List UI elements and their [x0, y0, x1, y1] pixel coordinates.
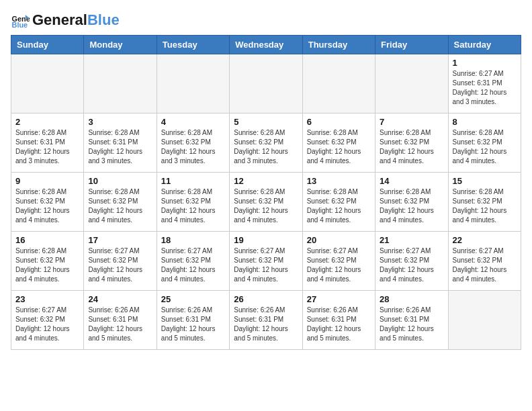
day-number: 6 [307, 117, 371, 127]
day-number: 5 [234, 117, 298, 127]
day-info: Sunrise: 6:28 AMSunset: 6:32 PMDaylight:… [307, 187, 371, 225]
day-number: 12 [234, 176, 298, 186]
day-info: Sunrise: 6:26 AMSunset: 6:31 PMDaylight:… [88, 306, 152, 343]
logo-line1: GeneralBlue [32, 12, 120, 28]
day-number: 9 [15, 176, 79, 186]
calendar-cell: 21Sunrise: 6:27 AMSunset: 6:32 PMDayligh… [375, 232, 448, 291]
calendar-cell: 23Sunrise: 6:27 AMSunset: 6:32 PMDayligh… [11, 291, 84, 350]
calendar-table: SundayMondayTuesdayWednesdayThursdayFrid… [11, 35, 521, 350]
calendar-cell: 12Sunrise: 6:28 AMSunset: 6:32 PMDayligh… [230, 173, 302, 232]
calendar-cell: 22Sunrise: 6:27 AMSunset: 6:32 PMDayligh… [448, 232, 521, 291]
day-number: 10 [88, 176, 152, 186]
day-info: Sunrise: 6:28 AMSunset: 6:32 PMDaylight:… [88, 187, 152, 225]
calendar-cell: 2Sunrise: 6:28 AMSunset: 6:31 PMDaylight… [11, 113, 84, 173]
day-info: Sunrise: 6:28 AMSunset: 6:32 PMDaylight:… [234, 128, 298, 166]
header-sunday: Sunday [11, 36, 84, 54]
day-info: Sunrise: 6:28 AMSunset: 6:32 PMDaylight:… [15, 246, 79, 284]
day-number: 7 [380, 117, 443, 127]
day-number: 25 [161, 294, 225, 304]
header-saturday: Saturday [448, 36, 521, 54]
calendar-week-4: 16Sunrise: 6:28 AMSunset: 6:32 PMDayligh… [11, 232, 521, 291]
header-thursday: Thursday [302, 36, 375, 54]
calendar-cell: 4Sunrise: 6:28 AMSunset: 6:32 PMDaylight… [157, 113, 229, 173]
day-info: Sunrise: 6:28 AMSunset: 6:32 PMDaylight:… [307, 128, 371, 166]
calendar-cell: 6Sunrise: 6:28 AMSunset: 6:32 PMDaylight… [302, 113, 375, 173]
logo-icon: General Blue [11, 11, 30, 30]
calendar-cell: 25Sunrise: 6:26 AMSunset: 6:31 PMDayligh… [157, 291, 229, 350]
day-number: 2 [15, 117, 79, 127]
day-info: Sunrise: 6:28 AMSunset: 6:32 PMDaylight:… [161, 128, 225, 166]
calendar-cell: 9Sunrise: 6:28 AMSunset: 6:32 PMDaylight… [11, 173, 84, 232]
day-number: 22 [453, 235, 517, 245]
day-number: 16 [15, 235, 79, 245]
day-number: 8 [453, 117, 517, 127]
calendar-cell [230, 54, 302, 113]
day-number: 21 [380, 235, 443, 245]
calendar-cell: 13Sunrise: 6:28 AMSunset: 6:32 PMDayligh… [302, 173, 375, 232]
calendar-cell: 20Sunrise: 6:27 AMSunset: 6:32 PMDayligh… [302, 232, 375, 291]
day-number: 18 [161, 235, 225, 245]
day-number: 14 [380, 176, 443, 186]
logo-line2: Blue [87, 11, 120, 28]
day-info: Sunrise: 6:27 AMSunset: 6:32 PMDaylight:… [15, 306, 79, 343]
calendar-cell [302, 54, 375, 113]
day-info: Sunrise: 6:27 AMSunset: 6:32 PMDaylight:… [161, 246, 225, 284]
day-info: Sunrise: 6:28 AMSunset: 6:32 PMDaylight:… [453, 187, 517, 225]
calendar-cell: 3Sunrise: 6:28 AMSunset: 6:31 PMDaylight… [84, 113, 157, 173]
day-info: Sunrise: 6:27 AMSunset: 6:32 PMDaylight:… [380, 246, 443, 284]
calendar-week-2: 2Sunrise: 6:28 AMSunset: 6:31 PMDaylight… [11, 113, 521, 173]
day-number: 23 [15, 294, 79, 304]
calendar-cell: 27Sunrise: 6:26 AMSunset: 6:31 PMDayligh… [302, 291, 375, 350]
calendar-cell: 1Sunrise: 6:27 AMSunset: 6:31 PMDaylight… [448, 54, 521, 113]
day-number: 15 [453, 176, 517, 186]
day-info: Sunrise: 6:27 AMSunset: 6:31 PMDaylight:… [453, 69, 517, 107]
calendar-cell [448, 291, 521, 350]
day-number: 13 [307, 176, 371, 186]
header-monday: Monday [84, 36, 157, 54]
day-info: Sunrise: 6:28 AMSunset: 6:32 PMDaylight:… [453, 128, 517, 166]
day-info: Sunrise: 6:28 AMSunset: 6:32 PMDaylight:… [380, 128, 443, 166]
calendar-cell: 7Sunrise: 6:28 AMSunset: 6:32 PMDaylight… [375, 113, 448, 173]
day-info: Sunrise: 6:28 AMSunset: 6:31 PMDaylight:… [88, 128, 152, 166]
header-friday: Friday [375, 36, 448, 54]
calendar-cell: 18Sunrise: 6:27 AMSunset: 6:32 PMDayligh… [157, 232, 229, 291]
calendar-cell: 24Sunrise: 6:26 AMSunset: 6:31 PMDayligh… [84, 291, 157, 350]
svg-text:Blue: Blue [12, 21, 28, 29]
day-info: Sunrise: 6:26 AMSunset: 6:31 PMDaylight:… [234, 306, 298, 343]
day-info: Sunrise: 6:26 AMSunset: 6:31 PMDaylight:… [380, 306, 443, 343]
day-info: Sunrise: 6:28 AMSunset: 6:32 PMDaylight:… [234, 187, 298, 225]
calendar-week-1: 1Sunrise: 6:27 AMSunset: 6:31 PMDaylight… [11, 54, 521, 113]
calendar-cell: 19Sunrise: 6:27 AMSunset: 6:32 PMDayligh… [230, 232, 302, 291]
calendar-cell [157, 54, 229, 113]
day-info: Sunrise: 6:27 AMSunset: 6:32 PMDaylight:… [307, 246, 371, 284]
day-info: Sunrise: 6:28 AMSunset: 6:32 PMDaylight:… [161, 187, 225, 225]
day-number: 27 [307, 294, 371, 304]
calendar-cell: 11Sunrise: 6:28 AMSunset: 6:32 PMDayligh… [157, 173, 229, 232]
day-number: 3 [88, 117, 152, 127]
page-header: General Blue GeneralBlue [11, 11, 521, 30]
day-info: Sunrise: 6:26 AMSunset: 6:31 PMDaylight:… [161, 306, 225, 343]
day-number: 20 [307, 235, 371, 245]
day-info: Sunrise: 6:28 AMSunset: 6:32 PMDaylight:… [15, 187, 79, 225]
calendar-cell: 10Sunrise: 6:28 AMSunset: 6:32 PMDayligh… [84, 173, 157, 232]
calendar-cell: 17Sunrise: 6:27 AMSunset: 6:32 PMDayligh… [84, 232, 157, 291]
day-info: Sunrise: 6:28 AMSunset: 6:31 PMDaylight:… [15, 128, 79, 166]
logo: General Blue GeneralBlue [11, 11, 120, 30]
calendar-cell: 26Sunrise: 6:26 AMSunset: 6:31 PMDayligh… [230, 291, 302, 350]
day-number: 26 [234, 294, 298, 304]
day-info: Sunrise: 6:27 AMSunset: 6:32 PMDaylight:… [453, 246, 517, 284]
calendar-cell: 5Sunrise: 6:28 AMSunset: 6:32 PMDaylight… [230, 113, 302, 173]
calendar-cell [84, 54, 157, 113]
calendar-cell: 14Sunrise: 6:28 AMSunset: 6:32 PMDayligh… [375, 173, 448, 232]
day-number: 11 [161, 176, 225, 186]
calendar-header-row: SundayMondayTuesdayWednesdayThursdayFrid… [11, 36, 521, 54]
day-number: 24 [88, 294, 152, 304]
calendar-week-3: 9Sunrise: 6:28 AMSunset: 6:32 PMDaylight… [11, 173, 521, 232]
day-number: 19 [234, 235, 298, 245]
day-info: Sunrise: 6:26 AMSunset: 6:31 PMDaylight:… [307, 306, 371, 343]
header-wednesday: Wednesday [230, 36, 302, 54]
day-number: 1 [453, 58, 517, 68]
calendar-cell: 16Sunrise: 6:28 AMSunset: 6:32 PMDayligh… [11, 232, 84, 291]
day-info: Sunrise: 6:28 AMSunset: 6:32 PMDaylight:… [380, 187, 443, 225]
calendar-cell [11, 54, 84, 113]
